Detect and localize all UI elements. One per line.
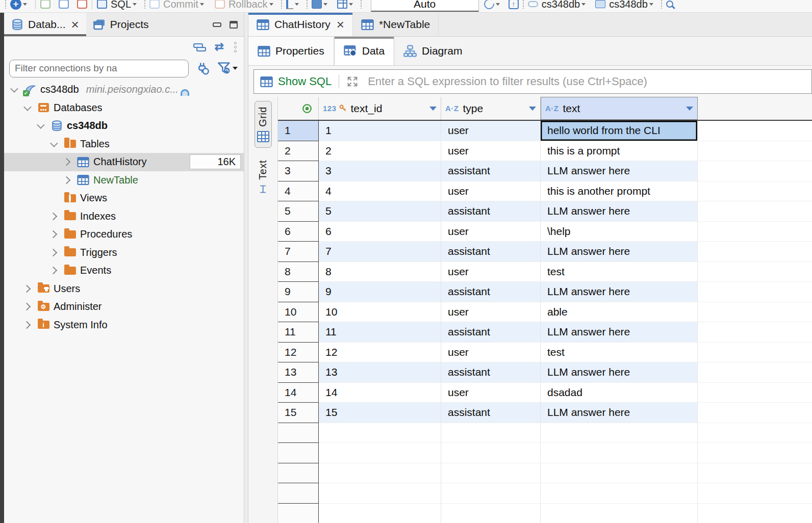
row-number-cell[interactable]: 11 <box>278 322 319 343</box>
cell-text_id[interactable]: 8 <box>319 262 441 282</box>
tree-item-cs348db[interactable]: cs348db <box>4 117 244 135</box>
sql-filter-input[interactable] <box>365 75 811 88</box>
row-number-cell[interactable] <box>278 423 319 443</box>
cell-text_id[interactable]: 12 <box>319 343 441 363</box>
cell-type[interactable]: user <box>441 343 541 363</box>
tab-database-navigator[interactable]: Datab... × <box>4 13 86 36</box>
chevron-down-icon[interactable] <box>50 139 58 147</box>
tree-item-newtable[interactable]: NewTable <box>4 171 244 190</box>
tree-item-chathistory[interactable]: ChatHistory16K <box>4 153 244 171</box>
cell-type[interactable]: assistant <box>441 322 541 343</box>
chevron-right-icon[interactable] <box>22 284 31 293</box>
chevron-right-icon[interactable] <box>49 248 57 256</box>
chevron-right-icon[interactable] <box>22 303 31 311</box>
empty-cell[interactable] <box>319 504 441 523</box>
row-number-cell[interactable] <box>278 443 319 463</box>
cell-type[interactable]: user <box>441 222 541 242</box>
empty-cell[interactable] <box>441 504 541 523</box>
layout-dropdown-icon[interactable] <box>349 3 353 6</box>
cell-type[interactable]: assistant <box>441 282 541 302</box>
connect-plug-icon[interactable] <box>196 62 210 75</box>
connection-filter-input[interactable] <box>9 60 189 77</box>
cell-type[interactable]: assistant <box>441 242 541 262</box>
tab-chathistory[interactable]: ChatHistory × <box>248 13 353 36</box>
row-number-header[interactable] <box>278 97 319 120</box>
panel-sash[interactable] <box>244 13 248 523</box>
column-header-text[interactable]: A·Ztext <box>541 97 698 120</box>
cell-type[interactable]: user <box>441 383 541 403</box>
sql-editor-icon[interactable] <box>97 0 107 9</box>
maximize-view-icon[interactable] <box>230 21 238 29</box>
row-number-cell[interactable]: 3 <box>278 161 319 181</box>
row-number-cell[interactable]: 6 <box>278 222 319 242</box>
presentation-tab-grid[interactable]: Grid <box>255 101 272 148</box>
row-number-cell[interactable]: 8 <box>278 262 319 282</box>
chevron-right-icon[interactable] <box>22 321 31 329</box>
presentation-tab-text[interactable]: Text ⌶ <box>255 155 271 201</box>
sql-editor-label[interactable]: SQL <box>111 0 131 10</box>
cell-text_id[interactable]: 1 <box>319 121 441 141</box>
connection-dropdown-icon[interactable] <box>581 3 586 6</box>
cell-text[interactable]: \help <box>541 222 698 242</box>
active-connection-selector[interactable]: cs348db <box>542 0 580 10</box>
cell-type[interactable]: user <box>441 141 541 162</box>
layout-grid-icon[interactable] <box>337 0 347 9</box>
cell-text[interactable]: hello world from the CLI <box>541 121 698 141</box>
chevron-right-icon[interactable] <box>49 267 57 275</box>
cell-text[interactable]: LLM answer here <box>541 362 698 383</box>
commit-dropdown-icon[interactable] <box>200 3 204 6</box>
tab-newtable[interactable]: *NewTable <box>353 13 439 36</box>
row-number-cell[interactable]: 1 <box>278 121 319 141</box>
cell-text[interactable]: test <box>541 343 698 363</box>
empty-cell[interactable] <box>441 483 541 504</box>
cell-text_id[interactable]: 3 <box>319 161 441 181</box>
row-number-cell[interactable] <box>278 463 319 484</box>
cell-text_id[interactable]: 13 <box>319 362 441 383</box>
cell-type[interactable]: assistant <box>441 362 541 383</box>
cell-text_id[interactable]: 5 <box>319 201 441 222</box>
row-number-cell[interactable] <box>278 483 319 504</box>
cell-text[interactable]: this is another prompt <box>541 181 698 202</box>
empty-cell[interactable] <box>319 463 441 484</box>
row-number-cell[interactable]: 12 <box>278 343 319 363</box>
cell-text[interactable]: able <box>541 302 698 323</box>
empty-cell[interactable] <box>441 423 541 443</box>
cell-type[interactable]: assistant <box>441 201 541 222</box>
chevron-right-icon[interactable] <box>49 212 57 220</box>
connection-filter-menu[interactable] <box>217 62 238 75</box>
chevron-down-icon[interactable] <box>23 103 32 111</box>
commit-mode-combo[interactable]: Auto <box>371 0 479 12</box>
cell-text[interactable]: this is a prompt <box>541 141 698 162</box>
sql-editor-dropdown-icon[interactable] <box>133 3 137 6</box>
cell-type[interactable]: assistant <box>441 403 541 423</box>
collapse-all-icon[interactable] <box>193 43 205 50</box>
new-connection-icon[interactable]: + <box>10 0 21 10</box>
cell-text_id[interactable]: 15 <box>319 403 441 423</box>
commit-mode-icon[interactable] <box>40 0 50 9</box>
cell-type[interactable]: user <box>441 262 541 282</box>
row-number-cell[interactable]: 4 <box>278 181 319 202</box>
cell-text[interactable]: dsadad <box>541 383 698 403</box>
cell-text_id[interactable]: 7 <box>319 242 441 262</box>
cell-text[interactable]: test <box>541 262 698 282</box>
tree-item-procedures[interactable]: Procedures <box>4 225 244 244</box>
close-icon[interactable]: × <box>71 19 79 30</box>
tab-diagram[interactable]: Diagram <box>394 37 471 65</box>
cell-text_id[interactable]: 10 <box>319 302 441 323</box>
empty-cell[interactable] <box>319 423 441 443</box>
empty-cell[interactable] <box>441 443 541 463</box>
rollback-dropdown-icon[interactable] <box>269 3 273 6</box>
cell-type[interactable]: user <box>441 302 541 323</box>
rollback-mode-icon[interactable] <box>77 0 87 9</box>
cell-text[interactable]: LLM answer here <box>541 201 698 222</box>
show-sql-button[interactable]: Show SQL <box>278 75 332 88</box>
column-header-type[interactable]: A·Ztype <box>441 97 541 120</box>
active-database-icon[interactable] <box>595 0 605 8</box>
cell-text_id[interactable]: 14 <box>319 383 441 403</box>
empty-cell[interactable] <box>441 463 541 484</box>
refresh-icon[interactable] <box>482 0 496 11</box>
minimize-view-icon[interactable] <box>213 22 221 27</box>
row-number-cell[interactable]: 10 <box>278 302 319 323</box>
empty-cell[interactable] <box>541 443 698 463</box>
search-icon[interactable] <box>666 1 673 8</box>
